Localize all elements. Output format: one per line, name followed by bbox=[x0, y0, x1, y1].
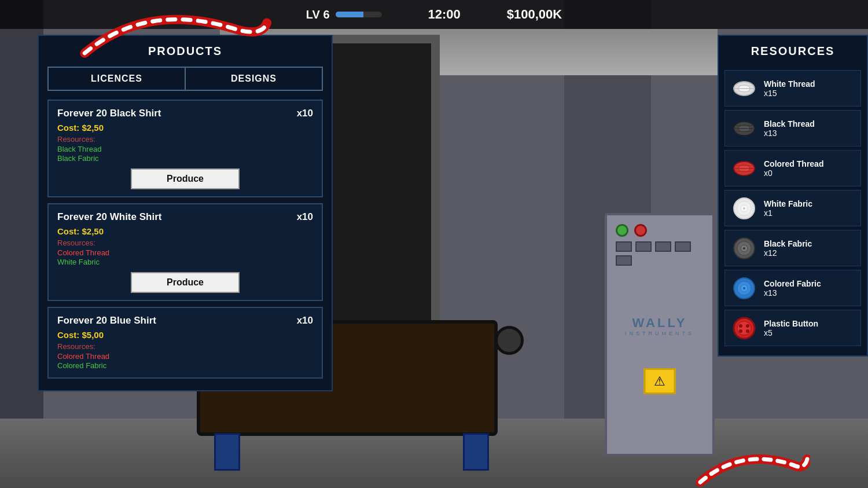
black-thread-qty: x13 bbox=[764, 129, 855, 138]
white-thread-info: White Thread x15 bbox=[764, 79, 855, 98]
colored-fabric-svg bbox=[732, 276, 756, 300]
black-thread-info: Black Thread x13 bbox=[764, 119, 855, 138]
white-thread-name: White Thread bbox=[764, 79, 855, 89]
resource-item-colored-fabric: Colored Fabric x13 bbox=[724, 270, 861, 306]
white-fabric-qty: x1 bbox=[764, 208, 855, 218]
plastic-button-svg bbox=[732, 316, 756, 340]
svg-point-18 bbox=[743, 207, 745, 210]
svg-point-29 bbox=[739, 324, 742, 328]
resource-item-white-fabric: White Fabric x1 bbox=[724, 190, 861, 226]
products-title: PRODUCTS bbox=[39, 36, 332, 67]
plastic-button-name: Plastic Button bbox=[764, 319, 855, 328]
white-fabric-icon bbox=[731, 195, 757, 221]
product-qty-black-shirt: x10 bbox=[297, 108, 313, 119]
plastic-button-icon bbox=[731, 315, 757, 341]
resources-panel: RESOURCES White Thread x15 bbox=[718, 35, 868, 357]
hud-level-label: LV 6 bbox=[306, 8, 330, 21]
machine-switch-3 bbox=[655, 241, 671, 252]
colored-fabric-qty: x13 bbox=[764, 288, 855, 298]
white-fabric-info: White Fabric x1 bbox=[764, 199, 855, 218]
resource-item-black-thread: Black Thread x13 bbox=[724, 110, 861, 146]
colored-thread-icon bbox=[731, 155, 757, 181]
resources-title: RESOURCES bbox=[719, 36, 867, 67]
white-fabric-name: White Fabric bbox=[764, 199, 855, 208]
svg-point-32 bbox=[746, 329, 749, 333]
conveyor-leg-right bbox=[463, 433, 489, 471]
machine-switch-4 bbox=[675, 241, 691, 252]
products-panel: PRODUCTS LICENCES DESIGNS Forever 20 Bla… bbox=[38, 35, 333, 391]
svg-point-31 bbox=[739, 329, 742, 333]
produce-button-black-shirt[interactable]: Produce bbox=[131, 168, 240, 189]
product-cost-blue-shirt: Cost: $5,00 bbox=[57, 330, 313, 340]
svg-point-28 bbox=[737, 321, 751, 335]
product-header-blue-shirt: Forever 20 Blue Shirt x10 bbox=[57, 315, 313, 326]
hud-bar: LV 6 12:00 $100,00K bbox=[0, 0, 868, 29]
product-item-white-shirt: Forever 20 White Shirt x10 Cost: $2,50 R… bbox=[47, 203, 323, 301]
hud-level-bar bbox=[336, 12, 382, 17]
white-fabric-svg bbox=[732, 196, 756, 221]
colored-fabric-icon bbox=[731, 275, 757, 301]
hud-level-bar-fill bbox=[336, 12, 363, 17]
black-fabric-icon bbox=[731, 235, 757, 261]
machine-button-row-2 bbox=[616, 241, 704, 266]
colored-thread-qty: x0 bbox=[764, 168, 855, 178]
wally-sub: INSTRUMENTS bbox=[625, 331, 694, 336]
black-thread-name: Black Thread bbox=[764, 119, 855, 129]
machine-button-green bbox=[616, 224, 628, 237]
plastic-button-info: Plastic Button x5 bbox=[764, 319, 855, 337]
machine-controls-area bbox=[607, 215, 712, 271]
conveyor-leg-left bbox=[214, 433, 240, 471]
product-header-white-shirt: Forever 20 White Shirt x10 bbox=[57, 211, 313, 223]
product-resources-label-blue-shirt: Resources: bbox=[57, 342, 313, 351]
machine-switch-2 bbox=[635, 241, 652, 252]
product-resource-1-blue-shirt: Colored Thread bbox=[57, 352, 313, 361]
product-resource-2-white-shirt: White Fabric bbox=[57, 258, 313, 266]
wally-brand: WALLY bbox=[625, 315, 694, 331]
product-resource-2-black-shirt: Black Fabric bbox=[57, 154, 313, 163]
conveyor-roller-right bbox=[495, 326, 524, 355]
product-cost-black-shirt: Cost: $2,50 bbox=[57, 123, 313, 133]
black-fabric-qty: x12 bbox=[764, 248, 855, 258]
white-thread-svg bbox=[732, 76, 756, 101]
product-resources-label-black-shirt: Resources: bbox=[57, 135, 313, 144]
tabs-container: LICENCES DESIGNS bbox=[47, 67, 323, 91]
tab-licences[interactable]: LICENCES bbox=[49, 68, 186, 90]
black-thread-icon bbox=[731, 115, 757, 141]
product-qty-blue-shirt: x10 bbox=[297, 315, 313, 326]
product-qty-white-shirt: x10 bbox=[297, 211, 313, 223]
machine-button-row-1 bbox=[616, 224, 704, 237]
hud-money: $100,00K bbox=[507, 7, 562, 22]
resource-item-black-fabric: Black Fabric x12 bbox=[724, 230, 861, 266]
svg-point-22 bbox=[743, 247, 745, 249]
colored-thread-name: Colored Thread bbox=[764, 159, 855, 168]
hud-level-group: LV 6 bbox=[306, 8, 382, 21]
product-resource-2-blue-shirt: Colored Fabric bbox=[57, 361, 313, 370]
machine-button-red bbox=[634, 224, 647, 237]
colored-fabric-name: Colored Fabric bbox=[764, 279, 855, 288]
resource-item-plastic-button: Plastic Button x5 bbox=[724, 310, 861, 346]
product-item-blue-shirt: Forever 20 Blue Shirt x10 Cost: $5,00 Re… bbox=[47, 307, 323, 379]
black-fabric-info: Black Fabric x12 bbox=[764, 239, 855, 258]
product-name-black-shirt: Forever 20 Black Shirt bbox=[57, 108, 161, 119]
produce-button-white-shirt[interactable]: Produce bbox=[131, 272, 240, 293]
product-resource-1-black-shirt: Black Thread bbox=[57, 145, 313, 153]
machine-switch-1 bbox=[616, 241, 632, 252]
tab-designs[interactable]: DESIGNS bbox=[186, 68, 322, 90]
black-thread-svg bbox=[732, 116, 756, 141]
hud-time: 12:00 bbox=[428, 7, 461, 22]
white-thread-icon bbox=[731, 75, 757, 101]
machine-switch-5 bbox=[616, 255, 632, 266]
product-header-black-shirt: Forever 20 Black Shirt x10 bbox=[57, 108, 313, 119]
product-cost-white-shirt: Cost: $2,50 bbox=[57, 226, 313, 236]
black-fabric-svg bbox=[732, 236, 756, 260]
product-name-blue-shirt: Forever 20 Blue Shirt bbox=[57, 315, 156, 326]
white-thread-qty: x15 bbox=[764, 89, 855, 98]
product-resource-1-white-shirt: Colored Thread bbox=[57, 248, 313, 257]
colored-fabric-info: Colored Fabric x13 bbox=[764, 279, 855, 298]
svg-point-30 bbox=[746, 324, 749, 328]
svg-point-26 bbox=[743, 287, 745, 289]
plastic-button-qty: x5 bbox=[764, 328, 855, 337]
resource-item-white-thread: White Thread x15 bbox=[724, 70, 861, 107]
black-fabric-name: Black Fabric bbox=[764, 239, 855, 248]
wally-label-area: WALLY INSTRUMENTS bbox=[625, 315, 694, 336]
